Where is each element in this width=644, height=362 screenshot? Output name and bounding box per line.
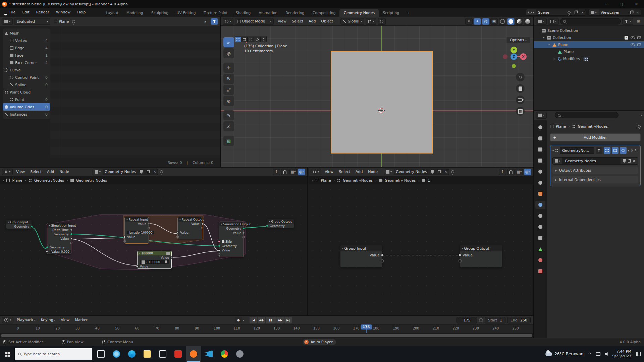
taskbar-app-folder[interactable] <box>140 346 155 362</box>
timeline-menu-marker[interactable]: Marker <box>72 318 90 322</box>
extend-output-socket[interactable] <box>148 227 150 229</box>
add-workspace-button[interactable]: + <box>403 9 413 17</box>
overlays-dropdown[interactable]: ◎ ▾ <box>298 169 305 175</box>
show-gizmo-toggle[interactable]: ⌖ <box>474 18 481 25</box>
next-keyframe-button[interactable]: ◆▶ <box>276 317 284 323</box>
geometry-input-socket[interactable] <box>218 245 220 247</box>
jump-to-start-button[interactable]: |◀ <box>250 317 257 323</box>
copy-scene-icon[interactable] <box>573 9 579 15</box>
disable-render-icon[interactable] <box>637 43 641 46</box>
workspace-tab-texture-paint[interactable]: Texture Paint <box>200 9 232 17</box>
properties-search-input[interactable] <box>555 112 619 118</box>
unlink-tree-icon[interactable]: ✕ <box>152 170 158 174</box>
snap-mode-dropdown[interactable]: ▦ ▾ <box>516 169 523 175</box>
new-collection-button[interactable]: ⊞ <box>635 18 642 25</box>
repeat-input-node[interactable]: ▾Repeat Input Value Iteratio100000 Value <box>124 217 149 244</box>
geometry-output-socket[interactable] <box>243 227 245 230</box>
select-mode-circle[interactable] <box>248 37 254 42</box>
breadcrumb-back-chevron[interactable]: › <box>311 178 313 183</box>
rotate-tool[interactable]: ↻ <box>223 74 234 84</box>
node-tree-selector[interactable]: ▾ Geometry Nodes ✕ <box>384 169 449 175</box>
go-to-parent-icon[interactable]: ↑ <box>273 169 280 175</box>
hide-eye-icon[interactable] <box>631 36 635 39</box>
group-input-node[interactable]: ▾Group Input Value <box>340 245 382 267</box>
node-group-name[interactable]: Geometry Nodes <box>562 159 621 163</box>
group-output-node[interactable]: ▾Group Output Geometry <box>267 219 294 228</box>
previous-keyframe-button[interactable]: ◀◆ <box>258 317 265 323</box>
copy-tree-icon[interactable] <box>145 169 152 175</box>
maximize-button[interactable]: □ <box>614 0 629 8</box>
pin-scene-icon[interactable] <box>566 9 573 15</box>
unlink-node-group-icon[interactable]: ✕ <box>633 159 636 163</box>
properties-tab-particles[interactable] <box>535 212 545 220</box>
timeline-menu-keying[interactable]: Keying ▾ <box>38 318 58 322</box>
snap-mode-dropdown[interactable]: ▦ ▾ <box>289 169 297 175</box>
network-icon[interactable] <box>596 352 600 356</box>
spreadsheet-row-curve[interactable]: Curve <box>3 66 50 74</box>
timeline-ruler[interactable]: 175 010203040506070809010011012013014015… <box>0 324 533 334</box>
select-mode-tweak[interactable] <box>235 37 241 42</box>
measure-tool[interactable]: ∠ <box>223 121 234 131</box>
spreadsheet-row-spline[interactable]: Spline0 <box>3 81 50 88</box>
breadcrumb-modifier[interactable]: GeometryNodes <box>578 124 608 129</box>
properties-tab-tool[interactable] <box>535 123 545 131</box>
workspace-tab-animation[interactable]: Animation <box>255 9 281 17</box>
plane-object[interactable] <box>331 51 433 154</box>
outliner-row-scene-collection[interactable]: Scene Collection <box>534 27 644 34</box>
node-menu-node[interactable]: Node <box>365 170 380 174</box>
disable-render-icon[interactable] <box>637 36 641 39</box>
viewport-canvas[interactable]: fps: 5.45 (175) Collection | Plane 10 Ce… <box>221 26 533 167</box>
copy-viewlayer-icon[interactable] <box>628 9 635 15</box>
properties-tab-world[interactable] <box>535 179 545 187</box>
shading-solid-icon[interactable] <box>507 18 515 25</box>
gizmo-y-axis[interactable]: Y <box>511 47 517 53</box>
editor-type-spreadsheet-icon[interactable]: ▾ <box>2 18 13 25</box>
spreadsheet-table-area[interactable] <box>50 26 220 158</box>
skip-input-socket[interactable] <box>218 240 220 243</box>
modifier-name-field[interactable]: GeometryNo... <box>560 147 594 154</box>
mode-dropdown[interactable]: Object Mode▾ <box>235 18 274 25</box>
extend-output-socket[interactable] <box>381 259 384 262</box>
workspace-tab-shading[interactable]: Shading <box>232 9 255 17</box>
breadcrumb-item[interactable]: Plane <box>321 178 331 183</box>
outliner-search-input[interactable] <box>560 18 621 24</box>
unlink-scene-icon[interactable]: ✕ <box>579 11 585 14</box>
viewport-menu-select[interactable]: Select <box>289 19 306 23</box>
snap-toggle[interactable]: ▾ <box>366 18 376 25</box>
anim-player-indicator[interactable]: ✕ Anim Player <box>303 339 336 345</box>
extend-input-socket[interactable] <box>176 236 179 238</box>
delta-time-output-socket[interactable] <box>70 229 72 231</box>
shading-rendered-icon[interactable] <box>524 18 531 25</box>
internal-dependencies-panel[interactable]: ▸Internal Dependencies <box>552 176 638 183</box>
skip-checkbox[interactable] <box>222 240 224 243</box>
taskbar-app-gimp[interactable] <box>232 346 248 362</box>
outliner-filter-dropdown[interactable]: ▾ <box>548 18 559 25</box>
stop-player-icon[interactable]: ✕ <box>304 340 309 344</box>
proportional-edit-toggle[interactable] <box>378 18 386 25</box>
menu-edit[interactable]: Edit <box>19 8 33 17</box>
browse-tree-icon[interactable]: ▾ <box>384 169 394 175</box>
node-canvas-left[interactable]: ▾Group Input Geometry ▾Simulation Input … <box>0 176 307 315</box>
extend-output-socket[interactable] <box>201 227 203 229</box>
workspace-tab-geometry-nodes[interactable]: Geometry Nodes <box>339 9 379 17</box>
geometry-input-socket[interactable] <box>266 225 268 227</box>
geometry-output-socket[interactable] <box>70 233 72 235</box>
timeline-scrollbar[interactable] <box>0 333 533 338</box>
node-menu-node[interactable]: Node <box>57 170 72 174</box>
group-input-node[interactable]: ▾Group Input Geometry <box>6 220 32 229</box>
disclosure-triangle[interactable]: ▾ <box>547 43 551 46</box>
scale-tool[interactable]: ⤢ <box>223 85 234 95</box>
viewlayer-selector[interactable]: ▾ ViewLayer ✕ <box>589 9 641 16</box>
gizmo-z-axis[interactable]: Z <box>511 53 517 60</box>
nested-group-node[interactable]: ▾100000 Value ▾100000 Value <box>137 251 172 269</box>
spreadsheet-row-control-point[interactable]: Control Point0 <box>3 74 50 81</box>
workspace-tab-compositing[interactable]: Compositing <box>309 9 340 17</box>
browse-node-group-icon[interactable]: ▾ <box>553 158 562 164</box>
weather-widget[interactable]: 26°C Berawan <box>545 352 583 356</box>
gizmo-negative-x[interactable] <box>503 54 507 59</box>
properties-tab-physics[interactable] <box>535 223 545 231</box>
editor-type-nodes-icon[interactable]: ▾ <box>311 169 321 175</box>
taskbar-app-task-view[interactable] <box>93 346 109 362</box>
repeat-output-node[interactable]: ▾Repeat Output Value Value <box>177 217 202 239</box>
select-mode-paint[interactable] <box>260 37 267 42</box>
